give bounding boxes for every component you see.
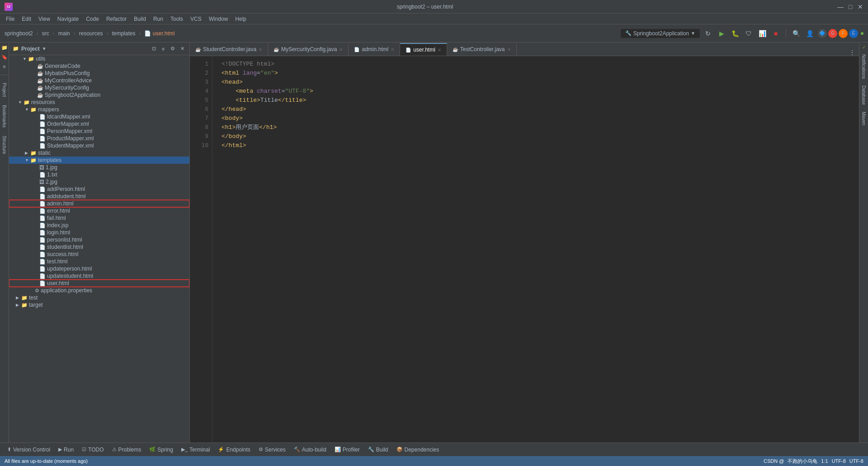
tabs-more-button[interactable]: ⋮	[845, 49, 859, 56]
stop-button[interactable]: ■	[770, 28, 781, 39]
tree-item-personlist[interactable]: 📄 personlist.html	[9, 236, 189, 243]
project-icon[interactable]: 📁	[1, 45, 8, 51]
version-control-btn[interactable]: ⬆ Version Control	[4, 446, 54, 454]
menu-window[interactable]: Window	[205, 15, 232, 23]
tree-item-indexjsp[interactable]: 📄 index.jsp	[9, 222, 189, 229]
notifications-label[interactable]: Notifications	[861, 52, 866, 81]
menu-navigate[interactable]: Navigate	[54, 15, 82, 23]
tab-tc-close[interactable]: ✕	[507, 47, 511, 52]
tree-item-productmapper[interactable]: 📄 ProductMapper.xml	[9, 135, 189, 142]
search-everywhere-button[interactable]: 🔍	[791, 28, 802, 39]
tree-item-utils[interactable]: ▼ 📁 utils	[9, 55, 189, 62]
tree-item-ordermapper[interactable]: 📄 OrderMapper.xml	[9, 120, 189, 128]
menu-vcs[interactable]: VCS	[187, 15, 205, 23]
menu-view[interactable]: View	[35, 15, 54, 23]
breadcrumb-springboot2[interactable]: springboot2	[5, 30, 33, 37]
maven-label[interactable]: Maven	[861, 109, 866, 128]
code-content[interactable]: <!DOCTYPE html> <html lang="en"> <head> …	[212, 56, 859, 442]
dependencies-btn[interactable]: 📦 Dependencies	[393, 446, 443, 454]
tree-item-test-folder[interactable]: ▶ 📁 test	[9, 294, 189, 301]
structure-label[interactable]: Structure	[2, 133, 7, 157]
autobuild-btn[interactable]: 🔨 Auto-build	[290, 446, 330, 454]
database-label[interactable]: Database	[861, 83, 866, 107]
tree-item-login[interactable]: 📄 login.html	[9, 229, 189, 236]
tree-item-user[interactable]: 📄 user.html	[9, 280, 189, 287]
tree-item-studentlist[interactable]: 📄 studentlist.html	[9, 243, 189, 251]
menu-edit[interactable]: Edit	[18, 15, 35, 23]
browser-firefox-icon[interactable]: F	[839, 29, 848, 38]
browser-icon-1[interactable]: 🔷	[818, 29, 827, 38]
tab-mysercurityconfig[interactable]: ☕ MySercurityConfig.java ✕	[268, 43, 349, 56]
breadcrumb-userhtml[interactable]: 📄 user.html	[144, 30, 175, 37]
close-button[interactable]: ✕	[857, 4, 863, 10]
problems-btn[interactable]: ⚠ Problems	[108, 446, 145, 454]
run-button[interactable]: ▶	[716, 28, 727, 39]
menu-help[interactable]: Help	[231, 15, 250, 23]
profiler-btn[interactable]: 📊 Profiler	[331, 446, 363, 454]
sidebar-expand-btn[interactable]: ≡	[160, 45, 167, 52]
tab-msc-close[interactable]: ✕	[339, 47, 343, 52]
tree-item-personmapper[interactable]: 📄 PersonMapper.xml	[9, 128, 189, 135]
run-config-selector[interactable]: 🔧 Springboot2Application ▼	[621, 29, 700, 38]
browser-chrome-icon[interactable]: G	[828, 29, 837, 38]
tree-item-target-folder[interactable]: ▶ 📁 target	[9, 301, 189, 309]
tree-item-templates[interactable]: ▼ 📁 templates	[9, 157, 189, 164]
todo-btn[interactable]: ☑ TODO	[78, 446, 107, 454]
breadcrumb-src[interactable]: src	[42, 30, 49, 37]
tree-item-addperson[interactable]: 📄 addPerson.html	[9, 185, 189, 193]
browser-edge-icon[interactable]: E	[849, 29, 858, 38]
tree-item-test[interactable]: 📄 test.html	[9, 258, 189, 265]
coverage-button[interactable]: 🛡	[743, 28, 754, 39]
tree-item-mysercurityconfig[interactable]: ☕ MySercurityConfig	[9, 84, 189, 91]
tree-item-updateperson[interactable]: 📄 updateperson.html	[9, 265, 189, 272]
tree-item-1jpg[interactable]: 🖼 1.jpg	[9, 164, 189, 171]
spring-btn[interactable]: 🌿 Spring	[146, 446, 177, 454]
refresh-button[interactable]: ↻	[703, 28, 713, 39]
debug-button[interactable]: 🐛	[730, 28, 741, 39]
tree-item-updatestudent[interactable]: 📄 updatestudent.html	[9, 272, 189, 280]
tree-item-resources[interactable]: ▼ 📁 resources	[9, 99, 189, 106]
tree-item-success[interactable]: 📄 success.html	[9, 251, 189, 258]
tree-item-error[interactable]: 📄 error.html	[9, 207, 189, 214]
bookmarks-label[interactable]: Bookmarks	[2, 103, 7, 130]
tree-item-idcardmapper[interactable]: 📄 IdcardMapper.xml	[9, 113, 189, 120]
tree-item-springboot2app[interactable]: ☕ Springboot2Application	[9, 91, 189, 99]
breadcrumb-main[interactable]: main	[58, 30, 70, 37]
tree-item-2jpg[interactable]: 🖼 2.jpg	[9, 178, 189, 185]
menu-code[interactable]: Code	[82, 15, 103, 23]
tree-item-fail[interactable]: 📄 fail.html	[9, 214, 189, 222]
sidebar-settings-btn[interactable]: ⚙	[169, 45, 176, 52]
bookmark-icon[interactable]: 🔖	[1, 54, 8, 60]
menu-file[interactable]: File	[2, 15, 18, 23]
menu-refactor[interactable]: Refactor	[103, 15, 130, 23]
tab-admin-close[interactable]: ✕	[391, 47, 394, 52]
structure-icon[interactable]: ≡	[3, 64, 5, 69]
user-button[interactable]: 👤	[804, 28, 815, 39]
tree-item-addstudent[interactable]: 📄 addstudent.html	[9, 193, 189, 200]
sidebar-close-btn[interactable]: ✕	[179, 45, 186, 52]
tab-admin[interactable]: 📄 admin.html ✕	[349, 43, 400, 56]
breadcrumb-resources[interactable]: resources	[79, 30, 103, 37]
menu-run[interactable]: Run	[150, 15, 167, 23]
tree-item-mybatisplusconfig[interactable]: ☕ MybatisPlusConfig	[9, 70, 189, 77]
build-btn[interactable]: 🔧 Build	[364, 446, 392, 454]
run-btn[interactable]: ▶ Run	[55, 446, 77, 454]
sidebar-dropdown-icon[interactable]: ▼	[42, 46, 47, 51]
tree-item-applicationprops[interactable]: ⚙ application.properties	[9, 287, 189, 294]
tree-item-generatecode[interactable]: ☕ GenerateCode	[9, 62, 189, 70]
maximize-button[interactable]: □	[847, 4, 854, 10]
tab-user[interactable]: 📄 user.html ✕	[400, 43, 447, 56]
tree-item-mappers[interactable]: ▼ 📁 mappers	[9, 106, 189, 113]
tree-item-mycontrolleradvice[interactable]: ☕ MyControllerAdvice	[9, 77, 189, 84]
sidebar-collapse-btn[interactable]: ⊡	[150, 45, 157, 52]
endpoints-btn[interactable]: ⚡ Endpoints	[214, 446, 254, 454]
project-label[interactable]: Project	[2, 81, 7, 99]
tab-studentcontroller[interactable]: ☕ StudentController.java ✕	[190, 43, 268, 56]
code-editor[interactable]: 1 2 3 4 5 6 7 8 9 10 <!DOCTYPE html> <ht…	[190, 56, 859, 442]
terminal-btn[interactable]: ▶_ Terminal	[178, 446, 213, 454]
tree-item-1txt[interactable]: 📄 1.txt	[9, 171, 189, 178]
tab-testcontroller[interactable]: ☕ TestController.java ✕	[447, 43, 517, 56]
tab-sc-close[interactable]: ✕	[259, 47, 262, 52]
tree-item-studentmapper[interactable]: 📄 StudentMapper.xml	[9, 142, 189, 149]
breadcrumb-templates[interactable]: templates	[112, 30, 135, 37]
